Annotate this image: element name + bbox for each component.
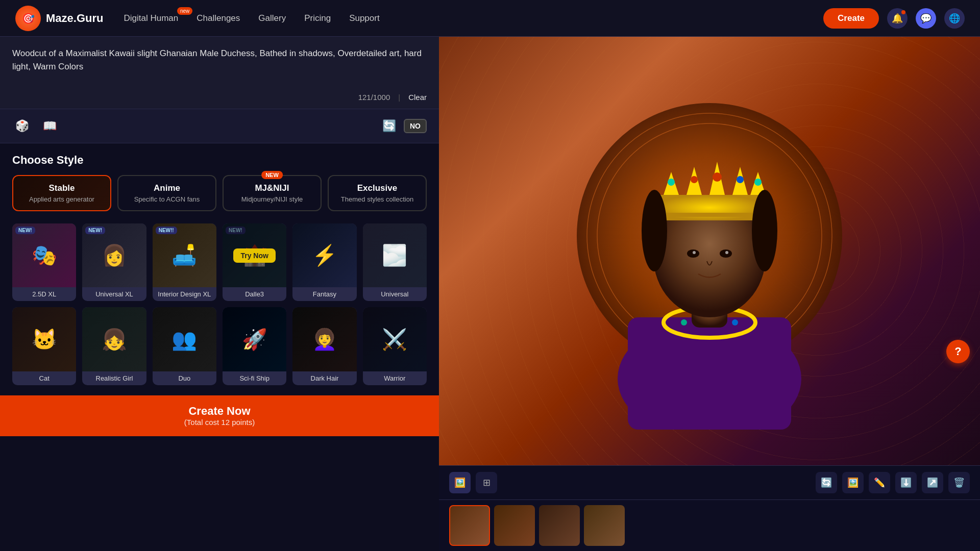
tab-stable[interactable]: Stable Applied arts generator [12,175,111,211]
tab-mjniji-name: MJ&NIJI [232,183,312,193]
card-emoji-interior: 🛋️ [172,243,197,267]
tab-exclusive[interactable]: Exclusive Themed styles collection [328,175,427,211]
main-image-area: ? [439,37,980,465]
style-card-girl[interactable]: 👧 Realistic Girl [82,307,146,385]
card-emoji-warrior: ⚔️ [382,328,407,352]
char-count: 121/1000 [358,93,390,102]
nav-gallery[interactable]: Gallery [258,13,286,23]
svg-point-30 [752,190,777,271]
card-emoji-duo: 👥 [172,328,197,352]
svg-point-14 [725,251,728,254]
right-panel: ? 🖼️ ⊞ 🔄 🖼️ ✏️ ⬇️ ↗️ 🗑️ [439,37,980,551]
toolbar-row: 🎲 📖 🔄 NO [0,109,439,143]
style-card-duo[interactable]: 👥 Duo [153,307,216,385]
refresh-icon[interactable]: 🔄 [379,116,399,136]
try-now-button[interactable]: Try Now [233,248,275,263]
create-bar-subtitle: (Total cost 12 points) [184,418,255,427]
style-card-img-fantasy: ⚡ [292,223,356,287]
help-icon: ? [954,345,961,358]
nav-pricing[interactable]: Pricing [304,13,331,23]
style-card-label-interior: Interior Design XL [153,287,216,301]
try-now-overlay: Try Now [223,223,286,287]
card-emoji-universal: 🌫️ [382,243,407,267]
clear-button[interactable]: Clear [408,93,427,102]
svg-point-26 [737,176,744,183]
style-card-label-universal: Universal [363,287,427,301]
style-card-uni-xl[interactable]: 👩 NEW! Universal XL [82,223,146,301]
download-icon[interactable]: ⬇️ [895,472,917,493]
card-emoji-cat: 🐱 [32,328,57,352]
discord-icon[interactable]: 💬 [916,8,936,29]
left-panel: Woodcut of a Maximalist Kawaii slight Gh… [0,37,439,551]
nav-support[interactable]: Support [349,13,380,23]
new-badge-tab-mjniji: NEW [261,171,283,179]
main-generated-image [439,37,980,465]
svg-rect-28 [656,213,763,217]
tab-stable-name: Stable [21,183,102,193]
card-emoji-2d-xl: 🎭 [32,243,57,267]
style-card-2d-xl[interactable]: 🎭 NEW! 2.5D XL [12,223,76,301]
prompt-footer: 121/1000 | Clear [12,93,427,102]
style-card-cat[interactable]: 🐱 Cat [12,307,76,385]
thumbnail-4[interactable] [584,505,625,546]
tab-anime[interactable]: Anime Specific to ACGN fans [117,175,216,211]
style-card-fantasy[interactable]: ⚡ Fantasy [292,223,356,301]
no-nsfw-badge[interactable]: NO [404,119,427,133]
tab-exclusive-name: Exclusive [337,183,418,193]
card-emoji-uni-xl: 👩 [102,243,127,267]
language-icon[interactable]: 🌐 [944,8,965,29]
image-view-icon[interactable]: 🖼️ [449,472,471,493]
help-button[interactable]: ? [946,340,970,363]
style-card-label-girl: Realistic Girl [82,371,146,385]
style-card-interior[interactable]: 🛋️ NEW!! Interior Design XL [153,223,216,301]
style-card-img-interior: 🛋️ NEW!! [153,223,216,287]
card-emoji-darkhair: 👩‍🦱 [312,328,337,352]
style-card-universal[interactable]: 🌫️ Universal [363,223,427,301]
create-bar[interactable]: Create Now (Total cost 12 points) [0,395,439,436]
tab-mjniji[interactable]: NEW MJ&NIJI Midjourney/NIJI style [223,175,322,211]
delete-icon[interactable]: 🗑️ [948,472,970,493]
add-image-icon[interactable]: 🖼️ [842,472,864,493]
nav-challenges[interactable]: Challenges [197,13,240,23]
toolbar-left: 🎲 📖 [12,116,59,136]
dice-icon[interactable]: 🎲 [12,116,32,136]
refresh-image-icon[interactable]: 🔄 [816,472,837,493]
new-badge-uni-xl: NEW! [85,227,105,234]
style-card-img-warrior: ⚔️ [363,307,427,371]
nav-digital-human[interactable]: Digital Human new [124,13,178,23]
thumbnail-1[interactable] [449,505,490,546]
style-card-darkhair[interactable]: 👩‍🦱 Dark Hair [292,307,356,385]
grid-view-icon[interactable]: ⊞ [476,472,497,493]
notification-icon[interactable]: 🔔 [887,8,908,29]
logo-area[interactable]: 🎯 Maze.Guru [15,6,103,31]
book-icon[interactable]: 📖 [40,116,59,136]
toolbar-right: 🔄 NO [379,116,427,136]
bt-right: 🔄 🖼️ ✏️ ⬇️ ↗️ 🗑️ [816,472,970,493]
style-card-warrior[interactable]: ⚔️ Warrior [363,307,427,385]
style-card-img-universal: 🌫️ [363,223,427,287]
style-card-label-warrior: Warrior [363,371,427,385]
new-badge-2d-xl: NEW! [15,227,35,234]
card-emoji-fantasy: ⚡ [312,243,337,267]
svg-point-25 [713,172,722,182]
card-emoji-ship: 🚀 [242,328,267,352]
style-card-img-girl: 👧 [82,307,146,371]
svg-point-24 [691,176,698,183]
new-badge-interior: NEW!! [156,227,177,234]
style-grid-row2: 🐱 Cat 👧 Realistic Girl 👥 Duo [12,307,427,385]
style-card-dalle[interactable]: 🏰 NEW! Try Now Dalle3 [223,223,286,301]
style-card-label-cat: Cat [12,371,76,385]
prompt-text[interactable]: Woodcut of a Maximalist Kawaii slight Gh… [12,47,427,88]
create-button[interactable]: Create [823,8,879,29]
style-section: Choose Style Stable Applied arts generat… [0,143,439,395]
thumbnail-3[interactable] [539,505,580,546]
edit-icon[interactable]: ✏️ [869,472,890,493]
tab-mjniji-desc: Midjourney/NIJI style [232,195,312,203]
new-badge: new [177,7,192,15]
thumbnail-2[interactable] [494,505,535,546]
style-card-label-ship: Sci-fi Ship [223,371,286,385]
navbar: 🎯 Maze.Guru Digital Human new Challenges… [0,0,980,37]
section-title: Choose Style [12,154,427,167]
share-icon[interactable]: ↗️ [922,472,943,493]
style-card-ship[interactable]: 🚀 Sci-fi Ship [223,307,286,385]
